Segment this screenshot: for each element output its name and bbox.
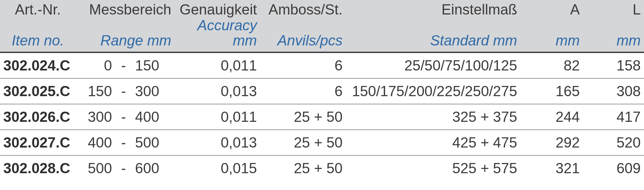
cell-anvils: 6: [260, 52, 346, 78]
cell-accuracy: 0,015: [175, 155, 260, 181]
col-header-a-de: A: [520, 0, 583, 18]
cell-range-from: 0: [76, 52, 115, 78]
cell-range-to: 400: [132, 104, 175, 130]
cell-item: 302.025.C: [0, 78, 76, 104]
table-body: 302.024.C 0 - 150 0,011 6 25/50/75/100/1…: [0, 52, 644, 181]
cell-a: 292: [520, 130, 583, 155]
cell-accuracy: 0,013: [175, 130, 260, 155]
col-header-standard-en: Standard mm: [346, 18, 520, 51]
cell-item: 302.024.C: [0, 52, 76, 78]
cell-range-to: 600: [132, 155, 175, 181]
table-header: Art.-Nr. Messbereich Genauigkeit Amboss/…: [0, 0, 644, 52]
cell-range-dash: -: [115, 52, 132, 78]
cell-standard: 150/175/200/225/250/275: [346, 78, 520, 104]
cell-range-from: 300: [76, 104, 115, 130]
cell-standard: 425 + 475: [346, 130, 520, 155]
cell-accuracy: 0,011: [175, 104, 260, 130]
cell-item: 302.028.C: [0, 155, 76, 181]
table-row: 302.028.C 500 - 600 0,015 25 + 50 525 + …: [0, 155, 644, 181]
table-row: 302.025.C 150 - 300 0,013 6 150/175/200/…: [0, 78, 644, 104]
cell-range-dash: -: [115, 130, 132, 155]
cell-anvils: 25 + 50: [260, 130, 346, 155]
cell-anvils: 6: [260, 78, 346, 104]
cell-range-dash: -: [115, 78, 132, 104]
cell-range-from: 400: [76, 130, 115, 155]
cell-standard: 525 + 575: [346, 155, 520, 181]
cell-anvils: 25 + 50: [260, 104, 346, 130]
col-header-standard-de: Einstellmaß: [346, 0, 520, 18]
cell-range-to: 300: [132, 78, 175, 104]
cell-a: 244: [520, 104, 583, 130]
cell-item: 302.026.C: [0, 104, 76, 130]
col-header-range-en: Range mm: [76, 18, 175, 51]
cell-l: 520: [583, 130, 644, 155]
cell-l: 308: [583, 78, 644, 104]
col-header-accuracy-de: Genauigkeit: [175, 0, 260, 18]
col-header-anvils-de: Amboss/St.: [260, 0, 346, 18]
col-header-accuracy-en: Accuracy mm: [175, 18, 260, 51]
cell-range-to: 500: [132, 130, 175, 155]
cell-accuracy: 0,013: [175, 78, 260, 104]
cell-standard: 325 + 375: [346, 104, 520, 130]
cell-l: 417: [583, 104, 644, 130]
col-header-a-en: mm: [520, 18, 583, 51]
cell-a: 165: [520, 78, 583, 104]
cell-item: 302.027.C: [0, 130, 76, 155]
cell-range-from: 500: [76, 155, 115, 181]
col-header-range-de: Messbereich: [76, 0, 175, 18]
cell-l: 158: [583, 52, 644, 78]
cell-a: 321: [520, 155, 583, 181]
col-header-l-de: L: [583, 0, 644, 18]
col-header-item-de: Art.-Nr.: [0, 0, 76, 18]
table-row: 302.024.C 0 - 150 0,011 6 25/50/75/100/1…: [0, 52, 644, 78]
cell-l: 609: [583, 155, 644, 181]
cell-anvils: 25 + 50: [260, 155, 346, 181]
cell-range-dash: -: [115, 155, 132, 181]
cell-accuracy: 0,011: [175, 52, 260, 78]
cell-range-from: 150: [76, 78, 115, 104]
cell-range-dash: -: [115, 104, 132, 130]
cell-a: 82: [520, 52, 583, 78]
cell-range-to: 150: [132, 52, 175, 78]
cell-standard: 25/50/75/100/125: [346, 52, 520, 78]
col-header-anvils-en: Anvils/pcs: [260, 18, 346, 51]
table-row: 302.026.C 300 - 400 0,011 25 + 50 325 + …: [0, 104, 644, 130]
spec-table: Art.-Nr. Messbereich Genauigkeit Amboss/…: [0, 0, 644, 181]
col-header-l-en: mm: [583, 18, 644, 51]
table-row: 302.027.C 400 - 500 0,013 25 + 50 425 + …: [0, 130, 644, 155]
col-header-item-en: Item no.: [0, 18, 76, 51]
